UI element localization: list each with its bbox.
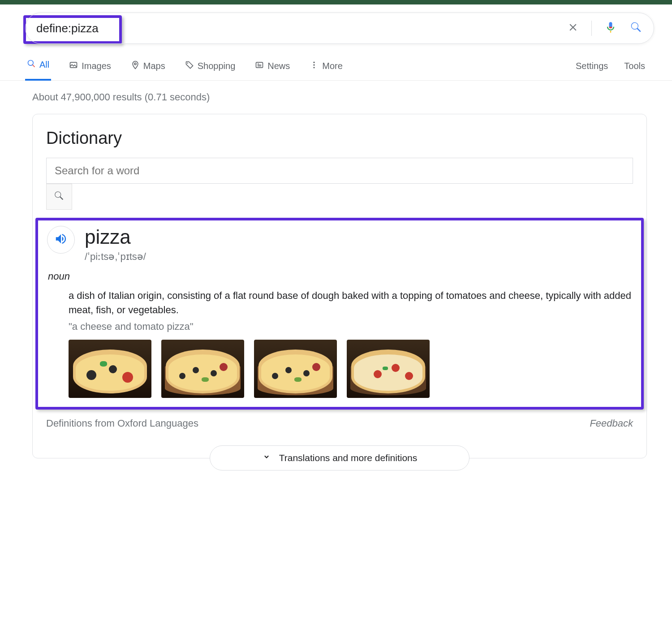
tab-shopping[interactable]: Shopping — [183, 52, 237, 81]
tab-all[interactable]: All — [25, 52, 51, 81]
tabs-right: Settings Tools — [576, 61, 672, 71]
expand-definitions-button[interactable]: Translations and more definitions — [210, 445, 470, 471]
tab-label: News — [267, 61, 290, 71]
part-of-speech: noun — [48, 271, 632, 282]
definition-text: a dish of Italian origin, consisting of … — [69, 289, 632, 317]
tab-label: Shopping — [198, 61, 236, 71]
feedback-link[interactable]: Feedback — [590, 418, 633, 429]
dictionary-card-footer: Definitions from Oxford Languages Feedba… — [46, 418, 633, 433]
tab-more[interactable]: More — [308, 52, 345, 81]
word: pizza — [85, 226, 146, 248]
pizza-thumb-1[interactable] — [69, 340, 151, 398]
top-accent-bar — [0, 0, 672, 4]
word-header: pizza /ˈpiːtsə,ˈpɪtsə/ — [47, 226, 632, 263]
search-input[interactable] — [36, 22, 567, 35]
svg-point-3 — [187, 63, 188, 64]
search-bar — [25, 13, 654, 44]
tab-label: More — [322, 61, 343, 71]
pronounce-button[interactable] — [47, 226, 75, 254]
dictionary-card: Dictionary pizza /ˈpiːtsə,ˈpɪtsə/ noun a… — [32, 114, 647, 458]
tab-images[interactable]: Images — [67, 52, 113, 81]
example-usage: "a cheese and tomato pizza" — [69, 321, 632, 332]
chevron-down-icon — [262, 452, 271, 463]
search-bar-container — [0, 4, 672, 52]
tabs-left: All Images Maps Shopping News More — [25, 52, 345, 81]
dictionary-title: Dictionary — [46, 129, 633, 148]
pizza-thumb-4[interactable] — [347, 340, 430, 398]
tab-label: Maps — [143, 61, 165, 71]
voice-search-icon[interactable] — [604, 21, 617, 35]
dictionary-search-button[interactable] — [46, 184, 72, 210]
definition-highlight-box: pizza /ˈpiːtsə,ˈpɪtsə/ noun a dish of It… — [35, 218, 644, 410]
content-area: About 47,900,000 results (0.71 seconds) … — [0, 81, 672, 476]
map-pin-icon — [131, 60, 140, 72]
tab-maps[interactable]: Maps — [129, 52, 167, 81]
result-stats: About 47,900,000 results (0.71 seconds) — [32, 91, 647, 103]
dictionary-search-input[interactable] — [46, 158, 633, 184]
search-icon — [27, 59, 36, 70]
speaker-icon — [54, 232, 68, 247]
pronunciation: /ˈpiːtsə,ˈpɪtsə/ — [85, 251, 146, 263]
image-thumbnails — [69, 340, 632, 398]
svg-point-2 — [134, 63, 136, 65]
svg-point-7 — [314, 67, 315, 68]
divider — [591, 21, 592, 36]
expand-label: Translations and more definitions — [279, 453, 418, 463]
more-icon — [310, 60, 319, 72]
search-actions — [567, 21, 643, 36]
tab-news[interactable]: News — [253, 52, 292, 81]
image-icon — [69, 60, 78, 72]
pizza-thumb-2[interactable] — [161, 340, 244, 398]
svg-point-0 — [28, 60, 34, 66]
tabs-row: All Images Maps Shopping News More Setti… — [0, 52, 672, 81]
tab-label: Images — [82, 61, 111, 71]
svg-point-5 — [314, 62, 315, 63]
tools-link[interactable]: Tools — [624, 61, 645, 71]
definition-source: Definitions from Oxford Languages — [46, 418, 198, 429]
settings-link[interactable]: Settings — [576, 61, 608, 71]
tab-label: All — [39, 60, 49, 70]
news-icon — [255, 60, 264, 72]
svg-point-6 — [314, 64, 315, 65]
search-icon — [53, 190, 65, 203]
clear-icon[interactable] — [567, 22, 579, 35]
pizza-thumb-3[interactable] — [254, 340, 337, 398]
tag-icon — [185, 60, 194, 72]
search-icon[interactable] — [629, 21, 643, 36]
